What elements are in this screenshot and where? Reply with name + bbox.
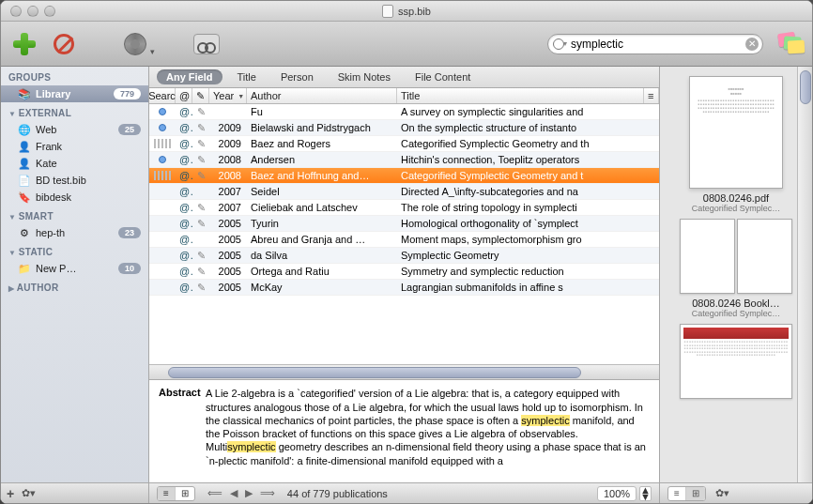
cell-title: Hitchin's connection, Toeplitz operators [397, 154, 659, 165]
cell-author: da Silva [247, 250, 397, 261]
cell-notes: ✎ [192, 218, 209, 230]
cell-notes: ✎ [192, 170, 209, 182]
filter-any-field[interactable]: Any Field [157, 69, 222, 84]
column-attachment[interactable]: @ [176, 88, 192, 103]
filter-file-content[interactable]: File Content [406, 69, 480, 84]
table-body[interactable]: @✎FuA survey on symplectic singularities… [149, 104, 659, 364]
sidebar-action-button[interactable]: ✿▾ [22, 487, 36, 499]
vertical-scrollbar[interactable] [797, 67, 812, 482]
search-input[interactable] [547, 34, 763, 54]
sidebar-item-label: BD test.bib [36, 175, 86, 186]
abstract-pane: Abstract A Lie 2-algebra is a `categorif… [149, 379, 659, 482]
cell-author: Baez and Hoffnung and… [247, 170, 397, 181]
preview-item[interactable]: 0808.0246 Bookl…Categorified Symplec… [680, 219, 792, 318]
sidebar-item-label: hep-th [36, 227, 65, 238]
nav-next[interactable]: ▶ [242, 487, 255, 499]
window-title: ssp.bib [1, 5, 812, 18]
titlebar[interactable]: ssp.bib [1, 1, 812, 22]
zoom-level[interactable]: 100% [597, 486, 637, 501]
library-icon: 📚 [18, 87, 31, 100]
preview-thumbnail: ■■■■■■■■■■■■■ ■ ■ ■ ■ ■ ■ ■ ■ ■ ■ ■ ■ ■ … [689, 76, 783, 189]
column-menu[interactable]: ≡ [644, 88, 659, 103]
sidebar-item-count: 25 [118, 124, 141, 135]
view-mode-toggle[interactable]: ≡⊞ [157, 486, 195, 501]
table-row[interactable]: @✎2007Cieliebak and LatschevThe role of … [149, 200, 659, 216]
cell-author: McKay [247, 282, 397, 293]
table-row[interactable]: @✎2009Bielawski and PidstrygachOn the sy… [149, 120, 659, 136]
table-row[interactable]: @✎FuA survey on symplectic singularities… [149, 104, 659, 120]
cell-author: Tyurin [247, 218, 397, 229]
cell-title: Homological orthogonality of `symplect [397, 218, 659, 229]
action-menu-button[interactable] [119, 30, 151, 58]
abstract-highlight: symplectic [227, 441, 275, 452]
preview-list[interactable]: ■■■■■■■■■■■■■ ■ ■ ■ ■ ■ ■ ■ ■ ■ ■ ■ ■ ■ … [660, 67, 812, 482]
cell-year: 2005 [209, 218, 247, 229]
preview-button[interactable] [191, 30, 222, 58]
filter-skim-notes[interactable]: Skim Notes [329, 69, 400, 84]
cell-attachment: @ [176, 170, 192, 181]
sidebar-item-external-2[interactable]: 👤Kate [1, 155, 148, 172]
cell-title: Categorified Symplectic Geometry and th [397, 138, 659, 149]
column-year[interactable]: Year [209, 88, 247, 103]
cell-author: Fu [247, 106, 397, 117]
sidebar-item-smart-0[interactable]: ⚙hep-th23 [1, 224, 148, 241]
groups-header: GROUPS [1, 67, 148, 85]
cell-read [149, 171, 176, 180]
table-row[interactable]: @✎2008AndersenHitchin's connection, Toep… [149, 152, 659, 168]
column-author[interactable]: Author [247, 88, 397, 103]
table-row[interactable]: @✎2005Ortega and RatiuSymmetry and sympl… [149, 264, 659, 280]
table-row[interactable]: @✎2005McKayLagrangian submanifolds in af… [149, 280, 659, 296]
sidebar-icon: 📄 [18, 174, 31, 187]
table-row[interactable]: @2005Abreu and Granja and …Moment maps, … [149, 232, 659, 248]
filter-person[interactable]: Person [271, 69, 323, 84]
sidebar-item-external-4[interactable]: 🔖bibdesk [1, 189, 148, 206]
sidebar-item-external-1[interactable]: 👤Frank [1, 138, 148, 155]
table-row[interactable]: @✎2009Baez and RogersCategorified Symple… [149, 136, 659, 152]
sidebar-item-label: Frank [36, 141, 62, 152]
sidebar-item-external-3[interactable]: 📄BD test.bib [1, 172, 148, 189]
smart-header[interactable]: SMART [1, 206, 148, 224]
preview-view-toggle[interactable]: ≡⊞ [667, 486, 706, 501]
static-header[interactable]: STATIC [1, 241, 148, 260]
cell-notes: ✎ [192, 266, 209, 278]
nav-last[interactable]: ⟹ [257, 487, 278, 499]
close-window[interactable] [10, 6, 22, 17]
author-header[interactable]: AUTHOR [1, 277, 148, 296]
minimize-window[interactable] [27, 6, 38, 17]
sidebar-item-label: Web [36, 124, 56, 135]
preview-subcaption: Categorified Symplec… [680, 309, 792, 318]
cell-attachment: @ [176, 122, 192, 133]
nav-prev[interactable]: ◀ [227, 487, 240, 499]
zoom-window[interactable] [44, 6, 55, 17]
cell-notes: ✎ [192, 202, 209, 214]
column-search[interactable]: Searc [149, 88, 176, 103]
add-button[interactable] [8, 30, 40, 58]
clear-search-button[interactable]: ✕ [745, 38, 759, 51]
sidebar: GROUPS 📚 Library 779 EXTERNAL 🌐Web25👤Fra… [1, 67, 149, 503]
column-title[interactable]: Title [397, 88, 644, 103]
preview-caption: 0808.0246.pdf [680, 192, 792, 204]
table-row[interactable]: @✎2008Baez and Hoffnung and…Categorified… [149, 168, 659, 184]
external-header[interactable]: EXTERNAL [1, 102, 148, 121]
stickies-icon[interactable] [778, 33, 805, 55]
sidebar-item-library[interactable]: 📚 Library 779 [1, 85, 148, 102]
table-row[interactable]: @✎2005da SilvaSymplectic Geometry [149, 248, 659, 264]
add-group-button[interactable]: + [7, 486, 14, 501]
table-row[interactable]: @✎2005TyurinHomological orthogonality of… [149, 216, 659, 232]
filter-title[interactable]: Title [228, 69, 266, 84]
preview-item[interactable]: ■■■■■■■■■■■■■ ■ ■ ■ ■ ■ ■ ■ ■ ■ ■ ■ ■ ■ … [680, 76, 792, 213]
nav-first[interactable]: ⟸ [205, 487, 225, 499]
preview-item[interactable]: ■ ■ ■ ■ ■ ■ ■ ■ ■ ■ ■ ■ ■ ■ ■ ■ ■ ■ ■ ■ … [680, 324, 792, 403]
cell-read [149, 124, 176, 131]
cell-notes: ✎ [192, 138, 209, 150]
preview-action-button[interactable]: ✿▾ [715, 487, 729, 499]
cell-read [149, 108, 176, 115]
sidebar-item-external-0[interactable]: 🌐Web25 [1, 121, 148, 138]
delete-button[interactable] [48, 30, 80, 58]
sidebar-item-static-0[interactable]: 📁New P…10 [1, 260, 148, 277]
sidebar-item-count: 23 [118, 227, 141, 238]
zoom-stepper[interactable]: ▲▼ [639, 486, 652, 501]
table-row[interactable]: @2007SeidelDirected A_\infty-subcategori… [149, 184, 659, 200]
column-notes[interactable]: ✎ [192, 88, 209, 103]
horizontal-scrollbar[interactable] [149, 364, 659, 379]
